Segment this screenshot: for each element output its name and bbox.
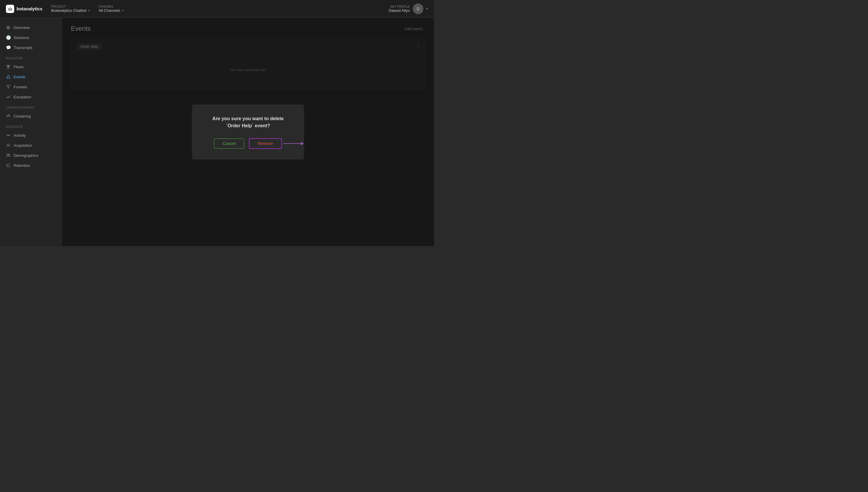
channel-dropdown[interactable]: Channel All Channels ▾: [99, 5, 123, 13]
brand-name: botanalytics: [17, 6, 43, 11]
dialog-overlay: Are you sure you want to delete `Order H…: [62, 18, 434, 246]
channel-dropdown-arrow: ▾: [122, 9, 123, 12]
user-profile-label: Any Profile: [388, 5, 410, 8]
user-section: Any Profile Dawud Aliyu D ▾: [388, 3, 428, 14]
sidebar-item-retention[interactable]: Retention: [0, 161, 62, 170]
project-value[interactable]: Botanalytics Chatbot ▾: [51, 8, 90, 13]
sidebar-item-flows[interactable]: Flows: [0, 62, 62, 72]
behavior-section-label: BEHAVIOR: [0, 53, 62, 62]
sidebar-item-funnels[interactable]: Funnels: [0, 82, 62, 92]
sidebar-item-acquisition[interactable]: Acquisition: [0, 140, 62, 150]
escalation-icon: [6, 95, 10, 99]
dialog-buttons: Cancel Remove: [207, 138, 289, 149]
remove-button[interactable]: Remove: [249, 138, 282, 149]
sidebar-item-label: Transcripts: [14, 46, 32, 50]
brand-icon: 🤖: [6, 5, 14, 13]
acquisition-icon: [6, 143, 10, 148]
audience-section-label: AUDIENCE: [0, 121, 62, 130]
avatar[interactable]: D: [413, 3, 424, 14]
top-navigation: 🤖 botanalytics Project Botanalytics Chat…: [0, 0, 434, 18]
events-icon: [6, 74, 10, 79]
svg-point-3: [9, 116, 10, 117]
main-content: Events Add event... Order Help No data a…: [62, 18, 434, 246]
sidebar-item-label: Sessions: [14, 35, 29, 40]
sidebar-item-sessions[interactable]: 🕐 Sessions: [0, 32, 62, 43]
channel-label: Channel: [99, 5, 123, 8]
user-name: Dawud Aliyu: [388, 8, 410, 13]
sessions-icon: 🕐: [6, 35, 10, 40]
confirm-dialog: Are you sure you want to delete `Order H…: [192, 104, 304, 159]
sidebar-item-label: Overview: [14, 25, 29, 30]
sidebar-item-label: Acquisition: [14, 143, 32, 148]
cancel-button[interactable]: Cancel: [214, 139, 244, 149]
project-dropdown-arrow: ▾: [88, 9, 90, 12]
sidebar-item-transcripts[interactable]: 💬 Transcripts: [0, 43, 62, 53]
sidebar-item-overview[interactable]: ⊞ Overview: [0, 22, 62, 32]
brand-logo: 🤖 botanalytics: [6, 5, 43, 13]
svg-point-4: [7, 144, 9, 146]
arrow-head: [301, 142, 304, 145]
sidebar-item-label: Flows: [14, 65, 24, 69]
svg-point-1: [6, 116, 8, 117]
svg-marker-0: [6, 75, 10, 78]
sidebar-item-label: Demographics: [14, 153, 39, 158]
main-layout: ⊞ Overview 🕐 Sessions 💬 Transcripts BEHA…: [0, 18, 434, 246]
arrow-annotation: [283, 142, 304, 145]
svg-point-6: [8, 154, 10, 155]
arrow-line: [283, 143, 301, 144]
sidebar-item-label: Retention: [14, 163, 30, 168]
sidebar-item-label: Clustering: [14, 114, 31, 118]
sidebar-item-label: Funnels: [14, 85, 27, 89]
channel-value[interactable]: All Channels ▾: [99, 8, 123, 13]
sidebar-item-label: Activity: [14, 133, 26, 138]
flows-icon: [6, 65, 10, 69]
sidebar-item-escalation[interactable]: Escalation: [0, 92, 62, 102]
activity-icon: [6, 133, 10, 138]
demographics-icon: [6, 153, 10, 158]
sidebar-item-demographics[interactable]: Demographics: [0, 150, 62, 161]
dialog-message: Are you sure you want to delete `Order H…: [207, 115, 289, 129]
sidebar: ⊞ Overview 🕐 Sessions 💬 Transcripts BEHA…: [0, 18, 62, 246]
transcripts-icon: 💬: [6, 45, 10, 50]
user-info: Any Profile Dawud Aliyu: [388, 5, 410, 13]
funnels-icon: [6, 84, 10, 89]
understanding-section-label: UNDERSTANDING: [0, 102, 62, 111]
overview-icon: ⊞: [6, 25, 10, 30]
sidebar-item-label: Events: [14, 75, 25, 79]
sidebar-item-events[interactable]: Events: [0, 72, 62, 82]
svg-point-5: [7, 154, 8, 155]
user-dropdown-arrow[interactable]: ▾: [426, 7, 428, 10]
sidebar-item-label: Escalation: [14, 95, 31, 99]
project-label: Project: [51, 5, 90, 8]
sidebar-item-clustering[interactable]: Clustering: [0, 111, 62, 121]
retention-icon: [6, 163, 10, 168]
clustering-icon: [6, 114, 10, 118]
sidebar-item-activity[interactable]: Activity: [0, 130, 62, 140]
project-dropdown[interactable]: Project Botanalytics Chatbot ▾: [51, 5, 90, 13]
svg-point-2: [8, 114, 9, 116]
